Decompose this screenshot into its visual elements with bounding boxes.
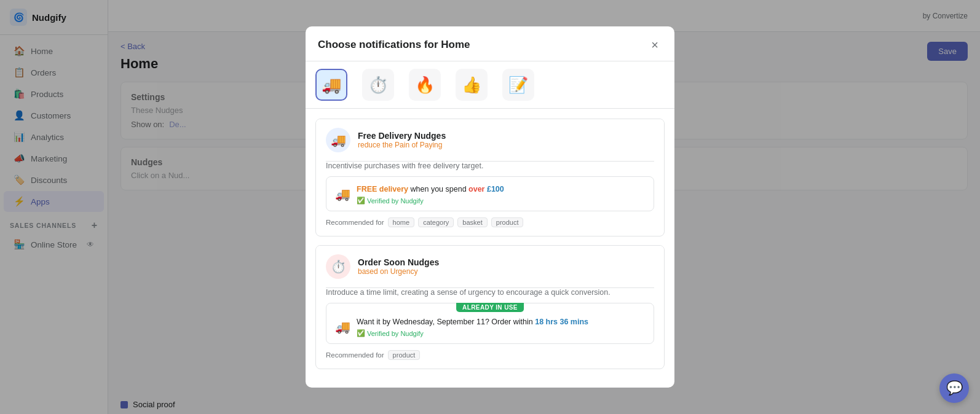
modal-overlay[interactable]: Choose notifications for Home × 🚚 ⏱️ 🔥 👍	[108, 0, 980, 414]
order-soon-body: Introduce a time limit, creating a sense…	[316, 288, 664, 369]
tag-product-order: product	[388, 350, 421, 360]
preview-order-icon: 🚚	[335, 319, 350, 334]
order-soon-desc: Introduce a time limit, creating a sense…	[326, 288, 654, 297]
free-delivery-recommended: Recommended for home category basket pro…	[326, 217, 654, 227]
chat-icon: 💬	[946, 380, 963, 396]
preview-amount-label: £100	[487, 185, 504, 193]
tag-basket: basket	[457, 217, 487, 227]
preview-time-label: 18 hrs 36 mins	[535, 318, 588, 326]
tag-product: product	[491, 217, 524, 227]
tag-home: home	[388, 217, 415, 227]
already-in-use-badge: ALREADY IN USE	[456, 303, 524, 312]
preview-truck-icon: 🚚	[335, 187, 350, 201]
free-delivery-nudge-section: 🚚 Free Delivery Nudges reduce the Pain o…	[315, 119, 665, 236]
order-soon-icon: ⏱️	[326, 254, 350, 279]
preview-free-label: FREE delivery	[357, 185, 408, 193]
order-soon-title: Order Soon Nudges	[358, 257, 439, 267]
free-delivery-header: 🚚 Free Delivery Nudges reduce the Pain o…	[316, 119, 664, 161]
free-delivery-title: Free Delivery Nudges	[358, 131, 446, 141]
chat-bubble[interactable]: 💬	[939, 373, 969, 403]
free-delivery-verified: ✅ Verified by Nudgify	[357, 197, 504, 205]
order-soon-recommended: Recommended for product	[326, 350, 654, 360]
preview-when-label: when you spend	[411, 185, 469, 193]
order-soon-preview[interactable]: ALREADY IN USE 🚚 Want it by Wednesday, S…	[326, 303, 654, 344]
delivery-tab-icon: 🚚	[322, 76, 341, 95]
thumbs-tab-icon: 👍	[462, 76, 481, 95]
free-delivery-desc: Incentivise purchases with free delivery…	[326, 162, 654, 170]
modal-body: 🚚 Free Delivery Nudges reduce the Pain o…	[306, 109, 674, 388]
order-soon-subtitle: based on Urgency	[358, 267, 439, 276]
preview-want-label: Want it by Wednesday, September 11? Orde…	[357, 318, 535, 326]
modal-header: Choose notifications for Home ×	[306, 26, 674, 61]
order-soon-header: ⏱️ Order Soon Nudges based on Urgency	[316, 246, 664, 287]
category-tabs: 🚚 ⏱️ 🔥 👍 📝	[306, 61, 674, 109]
preview-over-label: over	[468, 185, 484, 193]
tab-edit[interactable]: 📝	[502, 69, 534, 101]
tab-thumbs[interactable]: 👍	[456, 69, 488, 101]
timer-tab-icon: ⏱️	[368, 76, 388, 95]
fire-tab-icon: 🔥	[415, 76, 435, 95]
tab-fire[interactable]: 🔥	[409, 69, 441, 101]
free-delivery-preview[interactable]: 🚚 FREE delivery when you spend over £100	[326, 176, 654, 211]
tab-delivery[interactable]: 🚚	[315, 69, 347, 101]
main-content: by Convertize < Back Home Save Settings …	[108, 0, 980, 414]
free-delivery-body: Incentivise purchases with free delivery…	[316, 162, 664, 236]
modal-title: Choose notifications for Home	[318, 39, 470, 51]
tab-timer[interactable]: ⏱️	[362, 69, 394, 101]
order-soon-verified: ✅ Verified by Nudgify	[357, 329, 588, 337]
free-delivery-icon: 🚚	[326, 128, 350, 152]
free-delivery-subtitle: reduce the Pain of Paying	[358, 141, 446, 149]
edit-tab-icon: 📝	[508, 76, 528, 95]
modal-close-button[interactable]: ×	[647, 37, 662, 52]
tag-category: category	[418, 217, 454, 227]
order-soon-nudge-section: ⏱️ Order Soon Nudges based on Urgency In…	[315, 245, 665, 369]
modal: Choose notifications for Home × 🚚 ⏱️ 🔥 👍	[306, 26, 674, 388]
